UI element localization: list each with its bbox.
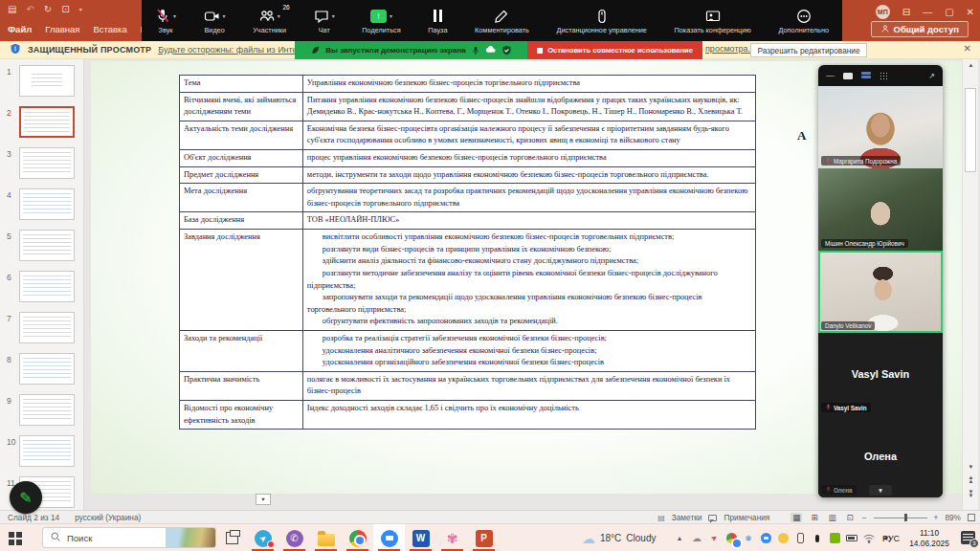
- slide-thumbnail-5[interactable]: [19, 230, 75, 261]
- redo-icon[interactable]: ↻: [44, 4, 52, 15]
- share-document-button[interactable]: Общий доступ: [871, 21, 969, 37]
- annotation-pencil-button[interactable]: ✎: [10, 481, 42, 514]
- tray-mic-tray-icon[interactable]: [812, 533, 823, 544]
- scroll-down-icon[interactable]: ▼: [963, 464, 979, 470]
- grid-view-icon[interactable]: [880, 72, 888, 80]
- taskbar-app-chrome[interactable]: [342, 524, 373, 551]
- next-slide-button[interactable]: ▼▼: [963, 490, 979, 497]
- taskbar-clock[interactable]: 11:10 14.06.2025: [901, 524, 958, 551]
- participant-tile[interactable]: ОленаОлена▾: [818, 415, 943, 497]
- weather-widget[interactable]: ☁ 18°C Cloudy: [582, 524, 656, 551]
- minimize-icon[interactable]: —: [923, 7, 932, 17]
- minimize-panel-icon[interactable]: —: [826, 71, 835, 80]
- save-icon[interactable]: ▤: [8, 4, 16, 15]
- language-status[interactable]: русский (Украина): [75, 513, 141, 522]
- zoom-toolbar-more-button[interactable]: Дополнительно: [778, 8, 829, 34]
- zoom-toolbar-annotate-button[interactable]: Комментировать: [475, 8, 529, 34]
- slide-thumbnail-2[interactable]: [19, 106, 75, 138]
- ribbon-tab-главная[interactable]: Главная: [45, 24, 79, 34]
- slide-thumbnail-9[interactable]: [19, 394, 75, 426]
- slide-thumbnail-1[interactable]: [19, 65, 75, 97]
- chevron-down-icon[interactable]: ▾: [173, 12, 176, 19]
- zoom-slider[interactable]: [874, 518, 927, 518]
- taskbar-app-telegram[interactable]: ➤: [247, 524, 278, 551]
- notes-toggle[interactable]: Заметки: [672, 513, 702, 522]
- zoom-toolbar-participants-button[interactable]: 26▾Участники: [253, 8, 286, 34]
- slide-thumbnail-6[interactable]: [19, 271, 75, 302]
- slide-thumbnail-8[interactable]: [19, 353, 75, 385]
- stop-share-button[interactable]: Остановить совместное использование: [527, 41, 702, 59]
- task-view-button[interactable]: [226, 532, 238, 544]
- gallery-view-icon[interactable]: [861, 72, 871, 79]
- slideshow-view-button[interactable]: ⊡: [845, 513, 856, 522]
- zoom-toolbar-show-conference-button[interactable]: Показать конференцию: [675, 8, 751, 34]
- protected-view-close-icon[interactable]: ✕: [964, 43, 971, 54]
- slide-thumbnail-3[interactable]: [19, 147, 75, 179]
- input-language[interactable]: РУС: [882, 524, 900, 551]
- tray-hidden-icons-icon[interactable]: ▴: [674, 533, 685, 544]
- tray-onedrive-icon[interactable]: ☁: [691, 533, 702, 544]
- slide-thumbnail-4[interactable]: [19, 188, 75, 220]
- tray-chrome-tray-icon[interactable]: [725, 533, 737, 544]
- expand-panel-icon[interactable]: ↗: [928, 72, 935, 80]
- zoom-toolbar-video-button[interactable]: ▾Видео: [204, 8, 226, 34]
- vertical-scrollbar[interactable]: ▲ ▼ ▲▲ ▼▼: [962, 59, 978, 510]
- speaker-view-icon[interactable]: [843, 73, 853, 79]
- zoom-toolbar-share-button[interactable]: ↑▾Поделиться: [362, 8, 400, 34]
- normal-view-button[interactable]: ▦: [791, 513, 802, 522]
- taskbar-app-powerpoint[interactable]: P: [468, 524, 500, 551]
- tray-battery-icon[interactable]: [846, 533, 858, 544]
- zoom-in-icon[interactable]: +: [934, 513, 939, 522]
- ribbon-display-options-icon[interactable]: ⊟: [902, 7, 910, 17]
- chevron-down-icon[interactable]: ▾: [223, 12, 226, 19]
- collapse-tiles-chevron-icon[interactable]: ▾: [869, 485, 892, 496]
- slide-sorter-view-button[interactable]: ⊞: [809, 513, 819, 522]
- close-icon[interactable]: ✕: [967, 7, 974, 17]
- slideshow-icon[interactable]: ⊡: [61, 4, 69, 15]
- tray-nvidia-icon[interactable]: [829, 533, 840, 544]
- customize-qat-icon[interactable]: ▾: [79, 4, 82, 15]
- participant-tile[interactable]: Маргарита Подорожна: [818, 86, 943, 168]
- participant-tile[interactable]: Мішин Олександр Юрійович: [818, 168, 943, 251]
- start-button[interactable]: [9, 532, 22, 545]
- participant-tile[interactable]: Vasyl SavinVasyl Savin: [818, 333, 943, 415]
- restore-icon[interactable]: ▢: [945, 7, 953, 17]
- scrollbar-thumb[interactable]: [965, 88, 976, 172]
- tray-snowflake-icon[interactable]: ❄: [743, 533, 754, 544]
- ribbon-tab-вставка[interactable]: Вставка: [93, 24, 126, 34]
- zoom-level[interactable]: 89%: [945, 513, 961, 522]
- fit-to-window-icon[interactable]: [968, 514, 975, 521]
- comments-toggle[interactable]: Примечания: [724, 513, 769, 522]
- participant-tile[interactable]: Danylo Velikanov: [818, 251, 943, 333]
- thumbnails-collapse-button[interactable]: ▼: [256, 494, 271, 505]
- notification-center-button[interactable]: 3: [961, 531, 975, 544]
- tray-telegram-tray-icon[interactable]: ➤: [708, 533, 720, 544]
- ribbon-tab-файл[interactable]: Файл: [8, 24, 32, 34]
- chevron-down-icon[interactable]: ▾: [390, 12, 392, 19]
- zoom-toolbar-remote-control-button[interactable]: Дистанционное управление: [556, 8, 646, 34]
- slide-thumbnail-7[interactable]: [19, 312, 75, 343]
- slide-thumbnail-10[interactable]: [19, 435, 75, 467]
- undo-icon[interactable]: ↶: [26, 4, 33, 15]
- zoom-toolbar-audio-button[interactable]: ▾Звук: [155, 8, 176, 34]
- taskbar-app-pinwheel[interactable]: ✾: [436, 524, 468, 551]
- taskbar-app-viber[interactable]: ✆: [278, 524, 310, 551]
- tray-zoom-tray-icon[interactable]: [760, 533, 771, 544]
- zoom-toolbar-chat-button[interactable]: ▾Чат: [314, 8, 335, 34]
- tray-norton-icon[interactable]: [777, 533, 789, 544]
- tray-phone-icon[interactable]: [794, 533, 806, 544]
- reading-view-button[interactable]: ▥: [827, 513, 838, 522]
- taskbar-app-word[interactable]: W: [405, 524, 436, 551]
- tray-wifi-icon[interactable]: [863, 533, 875, 544]
- protected-view-message-right[interactable]: просмотра.: [705, 44, 750, 54]
- previous-slide-button[interactable]: ▲▲: [963, 475, 979, 483]
- avatar[interactable]: МП: [876, 5, 890, 19]
- zoom-toolbar-pause-button[interactable]: Пауза: [428, 8, 447, 34]
- taskbar-app-explorer[interactable]: [310, 524, 342, 551]
- chevron-down-icon[interactable]: ▾: [332, 12, 335, 19]
- zoom-slider-thumb[interactable]: [904, 514, 907, 521]
- scroll-up-icon[interactable]: ▲: [963, 62, 979, 68]
- search-box[interactable]: Поиск: [42, 527, 216, 548]
- zoom-out-icon[interactable]: −: [862, 513, 867, 522]
- chevron-down-icon[interactable]: ▾: [278, 12, 280, 19]
